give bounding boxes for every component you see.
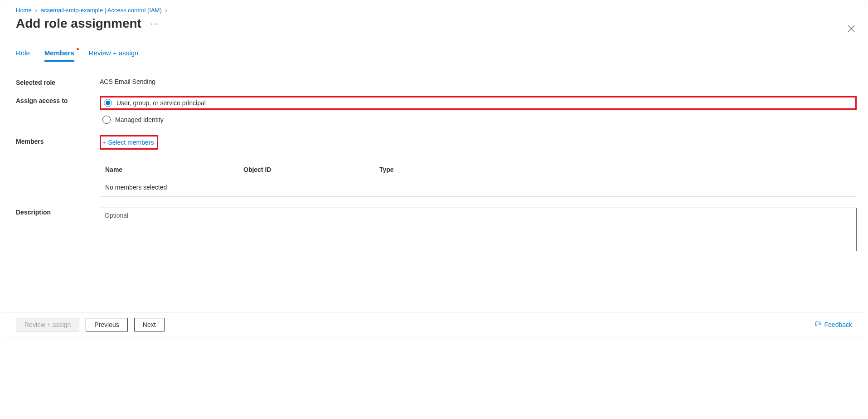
- review-assign-button[interactable]: Review + assign: [16, 318, 79, 331]
- selected-role-value: ACS Email Sending: [100, 78, 857, 85]
- table-header-objectid: Object ID: [243, 166, 379, 173]
- description-label: Description: [16, 208, 100, 251]
- radio-icon: [102, 116, 111, 124]
- feedback-label: Feedback: [824, 321, 852, 328]
- radio-label-user: User, group, or service principal: [116, 99, 206, 107]
- breadcrumb-home[interactable]: Home: [16, 7, 32, 14]
- tab-members[interactable]: Members: [44, 49, 74, 62]
- chevron-right-icon: ›: [35, 7, 37, 14]
- members-label: Members: [16, 135, 100, 145]
- feedback-link[interactable]: Feedback: [815, 321, 852, 329]
- next-button[interactable]: Next: [134, 318, 165, 331]
- table-header-type: Type: [379, 166, 851, 173]
- page-title: Add role assignment: [16, 16, 141, 31]
- radio-managed-identity[interactable]: Managed identity: [100, 114, 857, 125]
- radio-user-group-service-principal[interactable]: User, group, or service principal: [101, 97, 855, 108]
- close-button[interactable]: [848, 25, 855, 34]
- feedback-icon: [815, 321, 822, 329]
- assign-access-radio-group: User, group, or service principal Manage…: [100, 96, 857, 125]
- radio-label-managed: Managed identity: [115, 116, 164, 123]
- tab-role[interactable]: Role: [16, 49, 30, 62]
- members-table-headers: Name Object ID Type: [100, 166, 857, 178]
- tabs: Role Members Review + assign: [16, 49, 857, 62]
- tab-review-assign[interactable]: Review + assign: [89, 49, 139, 62]
- highlight-select-members: + Select members: [100, 135, 158, 150]
- previous-button[interactable]: Previous: [86, 318, 127, 331]
- chevron-right-icon: ›: [165, 7, 167, 14]
- select-members-label: Select members: [108, 139, 154, 146]
- select-members-button[interactable]: + Select members: [101, 136, 157, 148]
- highlight-user-group-option: User, group, or service principal: [100, 96, 857, 110]
- members-table-empty-row: No members selected: [100, 178, 857, 197]
- plus-icon: +: [102, 138, 106, 146]
- table-header-name: Name: [105, 166, 243, 173]
- more-menu-icon[interactable]: ⋯: [150, 19, 158, 28]
- selected-role-label: Selected role: [16, 78, 100, 86]
- breadcrumb: Home › acsemail-smtp-example | Access co…: [16, 7, 857, 14]
- assign-access-to-label: Assign access to: [16, 96, 100, 104]
- description-textarea[interactable]: [100, 208, 857, 251]
- radio-icon-selected: [104, 99, 112, 107]
- svg-point-2: [815, 322, 818, 324]
- close-icon: [848, 25, 855, 32]
- footer-bar: Review + assign Previous Next Feedback: [2, 312, 866, 337]
- breadcrumb-resource[interactable]: acsemail-smtp-example | Access control (…: [41, 7, 162, 14]
